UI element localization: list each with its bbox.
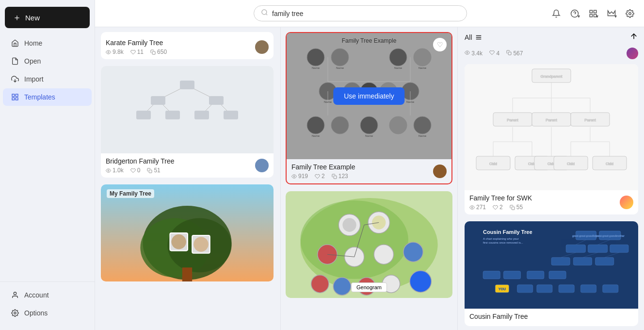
grid-icon[interactable]: ▾ (587, 7, 599, 20)
bridgerton-card-title: Bridgerton Family Tree (106, 157, 175, 165)
svg-rect-146 (596, 257, 614, 265)
cousin-family-tree-card[interactable]: Cousin Family Tree A chart explaining wh… (465, 221, 638, 326)
sidebar-item-templates[interactable]: Templates (3, 88, 92, 106)
genogram-preview: Genogram (286, 191, 452, 298)
svg-point-43 (307, 49, 324, 66)
svg-line-160 (561, 252, 576, 257)
svg-point-53 (331, 116, 349, 134)
my-family-tree-card[interactable]: My Family Tree (101, 184, 274, 281)
templates-icon (11, 93, 19, 101)
svg-point-46 (414, 49, 431, 66)
svg-text:great-great grandmother: great-great grandmother (596, 234, 625, 237)
svg-point-83 (374, 245, 393, 264)
svg-text:Child: Child (606, 162, 613, 165)
svg-point-86 (333, 278, 351, 295)
left-mid-separator (280, 27, 281, 330)
svg-rect-32 (149, 170, 152, 173)
svg-point-80 (372, 215, 386, 229)
mid-column: Family Tree Example (282, 27, 456, 330)
svg-point-45 (389, 49, 407, 66)
svg-point-54 (360, 116, 378, 134)
new-button-label: New (25, 14, 40, 22)
featured-card-title: Family Tree Example (291, 163, 355, 171)
header-icons: ▾ ▾ ▾ (550, 7, 636, 20)
cousin-card-preview: Cousin Family Tree A chart explaining wh… (465, 221, 638, 309)
svg-text:Cousin Family Tree: Cousin Family Tree (483, 229, 532, 235)
svg-text:A chart explaining who your: A chart explaining who your (483, 237, 519, 240)
karate-family-tree-card[interactable]: Karate Family Tree 9.8k 11 (101, 32, 274, 59)
svg-rect-1 (12, 94, 15, 97)
sidebar-item-account-label: Account (24, 291, 49, 299)
cousin-tree-diagram: Cousin Family Tree A chart explaining wh… (470, 227, 632, 303)
main-content: ▾ ▾ ▾ Karate Family T (95, 0, 644, 330)
svg-rect-4 (16, 98, 18, 100)
my-family-tree-label: My Family Tree (107, 189, 154, 198)
sidebar: ＋ New Home Open Import Templates (0, 0, 95, 330)
svg-text:Name: Name (394, 66, 402, 69)
notification-icon[interactable] (550, 7, 563, 20)
svg-point-73 (293, 176, 295, 177)
genogram-card[interactable]: Genogram (286, 191, 452, 298)
file-icon (11, 57, 19, 66)
svg-rect-144 (551, 257, 570, 265)
featured-card-preview: Family Tree Example (287, 33, 451, 159)
svg-rect-30 (224, 111, 238, 119)
search-input[interactable] (272, 10, 460, 17)
svg-rect-153 (517, 285, 533, 293)
svg-text:Parent: Parent (546, 118, 557, 122)
bridgerton-family-tree-card[interactable]: Bridgerton Family Tree 1.0k 0 51 (101, 66, 274, 178)
heart-button[interactable]: ♡ (433, 38, 447, 51)
svg-line-161 (583, 252, 597, 257)
swk-avatar (620, 196, 633, 209)
svg-rect-142 (588, 245, 607, 252)
filter-avatar (627, 48, 638, 59)
scroll-top-icon[interactable] (629, 32, 638, 41)
svg-point-55 (389, 116, 407, 134)
svg-point-85 (311, 275, 329, 293)
sidebar-item-account[interactable]: Account (3, 286, 92, 304)
sidebar-item-options-label: Options (24, 309, 48, 317)
sidebar-item-import-label: Import (24, 75, 44, 83)
search-bar[interactable] (254, 5, 467, 21)
use-immediately-button[interactable]: Use immediately (333, 87, 404, 105)
sidebar-item-import[interactable]: Import (3, 70, 92, 88)
svg-rect-133 (512, 207, 515, 210)
svg-text:Child: Child (567, 162, 575, 165)
genogram-diagram (286, 191, 452, 298)
svg-text:YOU: YOU (499, 287, 506, 291)
svg-text:first cousins once removed is.: first cousins once removed is... (483, 241, 523, 244)
svg-line-8 (266, 14, 267, 15)
gear-icon (11, 309, 19, 317)
family-tree-example-card[interactable]: Family Tree Example (286, 32, 452, 184)
svg-point-132 (471, 207, 473, 208)
new-button[interactable]: ＋ New (5, 7, 90, 28)
crown-icon[interactable]: ▾ (605, 7, 618, 20)
avatar (255, 40, 269, 54)
account-icon (11, 291, 19, 299)
bridgerton-card-stats: 1.0k 0 51 (106, 167, 175, 174)
sidebar-item-options[interactable]: Options (3, 304, 92, 322)
swk-card-preview: Grandparent Parent Parent Parent Child (465, 64, 638, 190)
svg-text:Child: Child (489, 162, 497, 165)
svg-point-7 (262, 10, 267, 15)
svg-point-56 (414, 116, 431, 134)
svg-rect-2 (16, 94, 18, 97)
sidebar-item-home[interactable]: Home (3, 34, 92, 52)
svg-rect-74 (334, 176, 337, 179)
svg-text:Family Tree Example: Family Tree Example (342, 37, 397, 44)
featured-card-avatar (433, 165, 447, 178)
sidebar-item-open[interactable]: Open (3, 52, 92, 70)
swk-card-stats: 271 2 55 (469, 204, 532, 211)
swk-family-tree-card[interactable]: Grandparent Parent Parent Parent Child (465, 64, 638, 214)
filter-all[interactable]: All (465, 33, 482, 41)
svg-rect-12 (594, 10, 596, 13)
svg-point-44 (331, 49, 349, 66)
card-preview (101, 66, 274, 153)
home-icon (11, 39, 19, 48)
settings-icon[interactable] (624, 7, 636, 20)
sidebar-item-home-label: Home (24, 39, 42, 47)
filter-stats: 3.4k 4 567 (465, 48, 638, 59)
help-icon[interactable]: ▾ (568, 7, 581, 20)
svg-rect-156 (580, 285, 596, 293)
content-area: Karate Family Tree 9.8k 11 (95, 27, 644, 330)
